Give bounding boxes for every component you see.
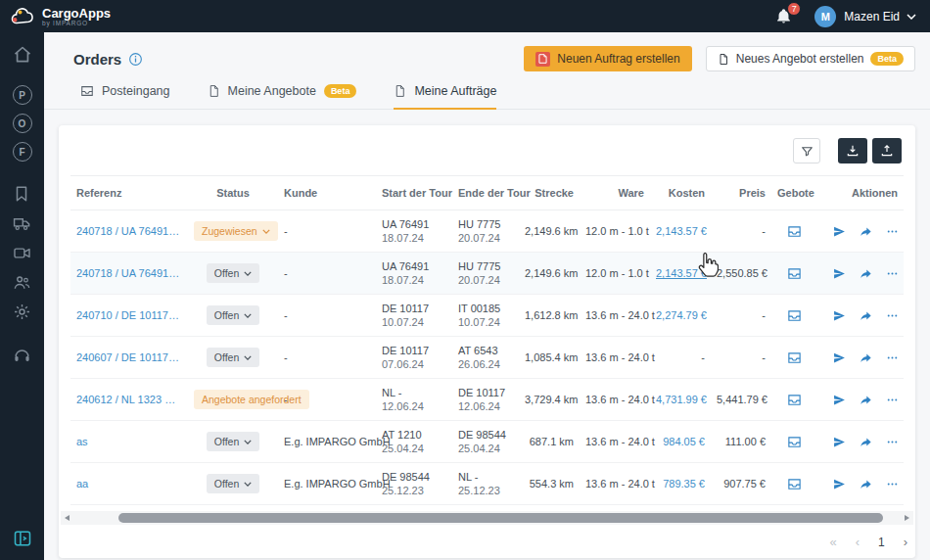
kosten-link[interactable]: 2,143.57 € xyxy=(656,225,707,237)
status-label: Offen xyxy=(214,478,240,490)
scroll-left-button[interactable] xyxy=(61,511,75,525)
sidebar-item-p[interactable]: P xyxy=(13,85,32,105)
status-pill[interactable]: Zugewiesen xyxy=(194,221,278,241)
status-cell: Offen xyxy=(188,253,278,295)
sidebar-item-orders[interactable]: O xyxy=(13,114,32,133)
share-icon[interactable] xyxy=(860,309,872,322)
send-icon[interactable] xyxy=(833,394,846,406)
share-icon[interactable] xyxy=(860,225,872,238)
create-order-button[interactable]: Neuen Auftrag erstellen xyxy=(524,46,691,71)
cargoapps-logo-icon[interactable] xyxy=(10,7,35,26)
order-reference-link[interactable]: aa xyxy=(76,478,182,490)
order-reference-link[interactable]: 240612 / NL 1323 MK - xyxy=(76,394,182,405)
table-row[interactable]: 240607 / DE 10117 - AT Offen - DE 10117 … xyxy=(70,337,904,379)
more-actions-icon[interactable] xyxy=(886,394,899,406)
order-reference-link[interactable]: 240710 / DE 10117 - IT xyxy=(76,309,182,321)
kosten-link[interactable]: 2,143.57 € xyxy=(656,267,707,279)
sidebar-item-f[interactable]: F xyxy=(13,142,32,162)
truck-icon[interactable] xyxy=(13,214,32,234)
share-icon[interactable] xyxy=(860,394,872,406)
kosten-cell: 2,274.79 € xyxy=(650,295,711,337)
create-order-label: Neuen Auftrag erstellen xyxy=(557,52,679,66)
kosten-link[interactable]: - xyxy=(701,351,705,363)
collapse-panel-icon[interactable] xyxy=(13,529,32,548)
avatar[interactable]: M xyxy=(814,6,836,27)
end-date: 20.07.24 xyxy=(458,232,513,244)
more-actions-icon[interactable] xyxy=(886,351,899,364)
table-row[interactable]: 240718 / UA 76491 - HU Offen - UA 76491 … xyxy=(70,253,904,295)
video-camera-icon[interactable] xyxy=(13,244,32,263)
more-actions-icon[interactable] xyxy=(886,225,899,238)
table-row[interactable]: as Offen E.g. IMPARGO GmbH AT 1210 25.04… xyxy=(70,421,904,463)
info-icon[interactable] xyxy=(129,53,142,66)
share-icon[interactable] xyxy=(860,478,872,490)
share-icon[interactable] xyxy=(860,436,872,448)
share-icon[interactable] xyxy=(860,351,872,364)
send-icon[interactable] xyxy=(833,267,846,280)
order-reference-link[interactable]: 240718 / UA 76491 - HU xyxy=(76,225,182,237)
table-row[interactable]: 240710 / DE 10117 - IT Offen - DE 10117 … xyxy=(70,295,904,337)
gebote-inbox-icon[interactable] xyxy=(787,266,802,281)
more-actions-icon[interactable] xyxy=(886,267,899,280)
kosten-link[interactable]: 984.05 € xyxy=(663,436,705,447)
more-actions-icon[interactable] xyxy=(886,309,899,322)
status-pill[interactable]: Offen xyxy=(207,305,260,325)
gebote-inbox-icon[interactable] xyxy=(787,393,802,407)
end-location: HU 7775 xyxy=(458,260,513,272)
order-reference-link[interactable]: as xyxy=(76,436,182,447)
tab-meine-angebote[interactable]: Meine Angebote Beta xyxy=(208,84,357,110)
pagination-next[interactable]: › xyxy=(904,536,907,548)
gebote-inbox-icon[interactable] xyxy=(787,308,802,323)
status-pill[interactable]: Angebote angefordert xyxy=(194,390,309,409)
status-pill[interactable]: Offen xyxy=(207,474,260,493)
share-icon[interactable] xyxy=(860,267,872,280)
kosten-link[interactable]: 2,274.79 € xyxy=(656,309,707,321)
gebote-inbox-icon[interactable] xyxy=(787,224,802,239)
gebote-inbox-icon[interactable] xyxy=(787,477,802,491)
order-reference-link[interactable]: 240718 / UA 76491 - HU xyxy=(76,267,182,279)
pagination-page-1[interactable]: 1 xyxy=(878,537,885,548)
gebote-inbox-icon[interactable] xyxy=(787,435,802,449)
status-pill[interactable]: Offen xyxy=(207,263,260,283)
table-row[interactable]: 240612 / NL 1323 MK - Angebote angeforde… xyxy=(70,379,904,421)
gear-icon[interactable] xyxy=(13,303,32,322)
bookmark-icon[interactable] xyxy=(13,185,32,205)
scrollbar-track[interactable] xyxy=(75,511,899,525)
order-reference-link[interactable]: 240607 / DE 10117 - AT xyxy=(76,351,182,363)
support-headset-icon[interactable] xyxy=(13,347,32,366)
pagination-prev[interactable]: ‹ xyxy=(856,536,860,548)
send-icon[interactable] xyxy=(833,309,846,322)
more-actions-icon[interactable] xyxy=(886,478,899,490)
home-icon[interactable] xyxy=(13,45,32,65)
end-location: DE 10117 xyxy=(458,387,513,398)
users-icon[interactable] xyxy=(13,273,32,293)
tab-meine-auftraege[interactable]: Meine Aufträge xyxy=(394,84,496,110)
download-button[interactable] xyxy=(838,138,867,163)
chevron-down-icon xyxy=(244,313,252,318)
pagination-first[interactable]: « xyxy=(829,536,836,548)
tab-posteingang[interactable]: Posteingang xyxy=(80,84,170,110)
filter-button[interactable] xyxy=(793,138,820,163)
status-pill[interactable]: Offen xyxy=(207,432,260,451)
scrollbar-thumb[interactable] xyxy=(118,513,883,523)
kosten-link[interactable]: 4,731.99 € xyxy=(656,394,707,405)
table-row[interactable]: 240718 / UA 76491 - HU Zugewiesen - UA 7… xyxy=(70,210,904,253)
send-icon[interactable] xyxy=(833,436,846,448)
more-actions-icon[interactable] xyxy=(886,436,899,448)
col-kosten: Kosten xyxy=(650,176,711,210)
create-offer-button[interactable]: Neues Angebot erstellen Beta xyxy=(706,46,915,71)
scroll-right-button[interactable] xyxy=(899,511,913,525)
send-icon[interactable] xyxy=(833,478,846,490)
send-icon[interactable] xyxy=(833,225,846,238)
kosten-link[interactable]: 789.35 € xyxy=(663,478,705,490)
user-menu[interactable]: Mazen Eid xyxy=(844,10,900,23)
table-row[interactable]: aa Offen E.g. IMPARGO GmbH DE 98544 25.1… xyxy=(70,463,904,505)
chevron-down-icon[interactable] xyxy=(907,14,916,20)
notifications-button[interactable]: 7 xyxy=(775,7,793,25)
gebote-inbox-icon[interactable] xyxy=(787,350,802,365)
start-location: DE 98544 xyxy=(382,471,446,483)
status-pill[interactable]: Offen xyxy=(207,348,260,367)
pagination: « ‹ 1 › xyxy=(59,525,915,548)
send-icon[interactable] xyxy=(833,351,846,364)
upload-button[interactable] xyxy=(872,138,902,163)
